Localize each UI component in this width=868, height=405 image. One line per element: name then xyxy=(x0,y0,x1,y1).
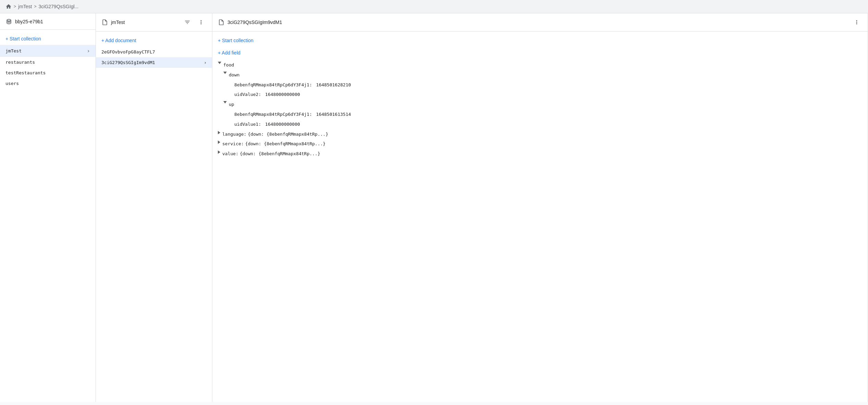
left-panel-header: bby25-e79b1 xyxy=(0,13,96,30)
right-panel-title: 3ciG279QsSGIgIm9vdM1 xyxy=(227,20,848,25)
field-key-down-1: 8ebenfqRMmapx84tRpCp6dY3F4j1: xyxy=(234,82,315,89)
mid-panel-body: + Add document 2eGFOvbvoFpG8ayCTFL7 3ciG… xyxy=(96,32,212,402)
field-language: language: {down: {8ebenfqRMmapx84tRp...} xyxy=(212,130,868,139)
field-key-down-2: uidValue2: xyxy=(234,91,264,98)
collection-item-restaurants[interactable]: restaurants xyxy=(0,57,96,68)
field-key-value: value: xyxy=(222,150,238,158)
field-value-up-2: 1648000000000 xyxy=(265,121,300,128)
field-value-value: {down: {8ebenfqRMmapx84tRp...} xyxy=(240,150,320,158)
start-collection-right-button[interactable]: + Start collection xyxy=(212,34,868,47)
field-key-up-1: 8ebenfqRMmapx84tRpCp6dY3F4j1: xyxy=(234,111,315,118)
expand-language-icon[interactable] xyxy=(218,131,220,134)
right-panel-header: 3ciG279QsSGIgIm9vdM1 xyxy=(212,13,868,32)
field-value-language: {down: {8ebenfqRMmapx84tRp...} xyxy=(248,131,328,138)
field-value-service: {down: {8ebenfqRMmapx84tRp...} xyxy=(245,140,326,148)
field-down: down xyxy=(212,70,868,80)
right-panel-body: + Start collection + Add field food down… xyxy=(212,32,868,402)
breadcrumb-sep-1: > xyxy=(14,4,16,9)
field-up: up xyxy=(212,100,868,110)
expand-service-icon[interactable] xyxy=(218,140,220,144)
mid-panel-menu-button[interactable] xyxy=(196,17,207,28)
left-panel-body: + Start collection jmTest › restaurants … xyxy=(0,30,96,402)
field-key-up-2: uidValue1: xyxy=(234,121,264,128)
collection-name: testRestaurants xyxy=(5,70,46,75)
field-value: value: {down: {8ebenfqRMmapx84tRp...} xyxy=(212,149,868,159)
collection-name: users xyxy=(5,81,19,86)
add-field-button[interactable]: + Add field xyxy=(212,47,868,59)
field-key-food: food xyxy=(223,62,234,69)
document-list: 2eGFOvbvoFpG8ayCTFL7 3ciG279QsSGIgIm9vdM… xyxy=(96,47,212,68)
field-key-down: down xyxy=(229,72,239,79)
collection-item-jmtest[interactable]: jmTest › xyxy=(0,45,96,57)
start-collection-button[interactable]: + Start collection xyxy=(0,33,96,45)
right-panel-menu-button[interactable] xyxy=(851,17,862,28)
field-key-language: language: xyxy=(222,131,246,138)
home-icon[interactable] xyxy=(5,3,12,10)
field-value-up-1: 1648501613514 xyxy=(316,111,351,118)
mid-panel-header: jmTest xyxy=(96,13,212,32)
filter-button[interactable] xyxy=(182,17,193,28)
field-down-entry-2: uidValue2: 1648000000000 xyxy=(212,90,868,100)
field-service: service: {down: {8ebenfqRMmapx84tRp...} xyxy=(212,139,868,149)
collection-item-testrestaurants[interactable]: testRestaurants xyxy=(0,68,96,78)
collection-item-users[interactable]: users xyxy=(0,78,96,89)
field-key-service: service: xyxy=(222,140,244,148)
left-panel-title: bby25-e79b1 xyxy=(15,19,90,24)
collection-name: jmTest xyxy=(5,48,22,53)
doc-icon-right xyxy=(218,19,225,26)
doc-item-2[interactable]: 3ciG279QsSGIgIm9vdM1 › xyxy=(96,57,212,68)
field-up-entry-1: 8ebenfqRMmapx84tRpCp6dY3F4j1: 1648501613… xyxy=(212,110,868,120)
collection-name: restaurants xyxy=(5,60,35,65)
field-down-entry-1: 8ebenfqRMmapx84tRpCp6dY3F4j1: 1648501628… xyxy=(212,80,868,90)
mid-panel-actions xyxy=(182,17,207,28)
doc-item-1[interactable]: 2eGFOvbvoFpG8ayCTFL7 xyxy=(96,47,212,57)
doc-icon xyxy=(101,19,108,26)
field-value-down-2: 1648000000000 xyxy=(265,91,300,98)
field-food: food xyxy=(212,60,868,70)
breadcrumb-sep-2: > xyxy=(34,4,36,9)
chevron-right-icon: › xyxy=(204,60,207,65)
mid-panel: jmTest + Add document 2eGFOvbvoFpG8ayCTF… xyxy=(96,13,212,402)
breadcrumb-bar: > jmTest > 3ciG279QsSGIgl... xyxy=(0,0,868,13)
field-section: food down 8ebenfqRMmapx84tRpCp6dY3F4j1: … xyxy=(212,59,868,160)
field-key-up: up xyxy=(229,101,234,108)
expand-up-icon[interactable] xyxy=(223,101,227,103)
database-icon xyxy=(5,18,12,25)
expand-value-icon[interactable] xyxy=(218,150,220,154)
field-up-entry-2: uidValue1: 1648000000000 xyxy=(212,120,868,130)
doc-id: 3ciG279QsSGIgIm9vdM1 xyxy=(101,60,155,65)
field-value-down-1: 1648501628210 xyxy=(316,82,351,89)
main-layout: bby25-e79b1 + Start collection jmTest › … xyxy=(0,13,868,402)
collection-list: jmTest › restaurants testRestaurants use… xyxy=(0,45,96,89)
doc-id: 2eGFOvbvoFpG8ayCTFL7 xyxy=(101,49,155,54)
mid-panel-title: jmTest xyxy=(111,20,179,25)
breadcrumb-item-2[interactable]: 3ciG279QsSGIgl... xyxy=(38,4,78,9)
right-panel: 3ciG279QsSGIgIm9vdM1 + Start collection … xyxy=(212,13,868,402)
left-panel: bby25-e79b1 + Start collection jmTest › … xyxy=(0,13,96,402)
expand-down-icon[interactable] xyxy=(223,72,227,74)
expand-food-icon[interactable] xyxy=(218,62,221,64)
chevron-right-icon: › xyxy=(87,48,90,54)
breadcrumb-item-1[interactable]: jmTest xyxy=(18,4,32,9)
add-document-button[interactable]: + Add document xyxy=(96,34,212,47)
right-panel-actions xyxy=(851,17,862,28)
